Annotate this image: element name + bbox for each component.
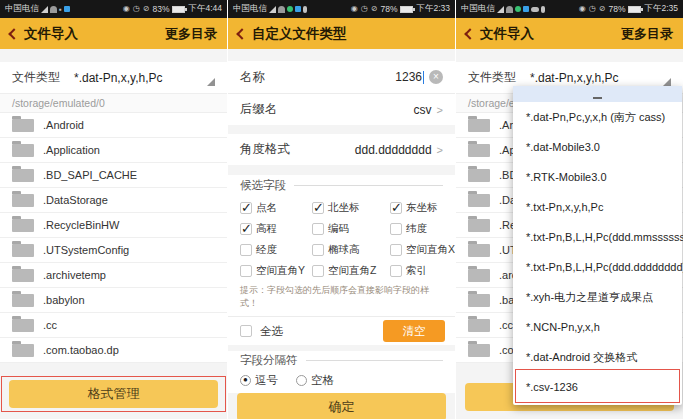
breadcrumb-path: /storage/emulated/0 <box>0 93 227 113</box>
back-icon[interactable] <box>464 28 475 39</box>
file-type-dropdown: *.dat-Pn,Pc,y,x,h (南方 cass) *.dat-Mobile… <box>513 86 682 405</box>
eye-comfort-icon: ◉ <box>579 5 586 13</box>
wifi-icon <box>278 6 285 13</box>
folder-row[interactable]: .babylon <box>0 288 227 313</box>
wifi-icon <box>50 6 57 13</box>
folder-icon <box>468 294 490 307</box>
folder-row[interactable]: .UTSystemConfig <box>0 238 227 263</box>
folder-row[interactable]: .com.taobao.dp <box>0 338 227 363</box>
battery-percent: 83% <box>152 4 169 14</box>
radio-space[interactable]: 空格 <box>296 373 334 388</box>
more-directories-button[interactable]: 更多目录 <box>165 25 217 43</box>
checkbox-north[interactable]: ✓北坐标 <box>312 197 390 218</box>
dropdown-item[interactable]: *.dat-Pn,Pc,y,x,h (南方 cass) <box>513 102 682 132</box>
select-all-label: 全选 <box>260 324 283 339</box>
name-field-row[interactable]: 名称 1236 × <box>228 61 455 93</box>
alarm-icon: ◷ <box>361 5 368 13</box>
clock-label: 下午2:33 <box>416 3 450 15</box>
mute-icon: ⊘ <box>371 5 378 13</box>
dropdown-item[interactable]: *.NCN-Pn,y,x,h <box>513 312 682 342</box>
folder-row[interactable]: .BD_SAPI_CACHE <box>0 163 227 188</box>
mic-icon <box>541 6 545 13</box>
app-header: 文件导入 更多目录 <box>0 18 227 49</box>
checkbox-ellipsoid-height[interactable]: 椭球高 <box>312 239 390 260</box>
suffix-value: csv <box>414 103 432 117</box>
checkbox-east[interactable]: ✓东坐标 <box>390 197 455 218</box>
page-title: 自定义文件类型 <box>252 25 347 43</box>
dropdown-selected-partial-row[interactable] <box>513 86 682 102</box>
clock-label: 下午2:35 <box>644 3 678 15</box>
checkbox-spatial-z[interactable]: 空间直角Z <box>312 260 390 281</box>
section-title: 候选字段 <box>240 178 286 193</box>
clear-fields-button[interactable]: 清空 <box>383 320 445 342</box>
section-title: 字段分隔符 <box>240 353 298 368</box>
wifi-icon <box>506 6 513 13</box>
eye-comfort-icon: ◉ <box>351 5 358 13</box>
dropdown-item[interactable]: *.dat-Mobile3.0 <box>513 132 682 162</box>
dropdown-item[interactable]: *.RTK-Mobile3.0 <box>513 162 682 192</box>
app-header: 自定义文件类型 <box>228 18 455 49</box>
back-icon[interactable] <box>8 28 19 39</box>
folder-row[interactable]: .archivetemp <box>0 263 227 288</box>
clear-input-icon[interactable]: × <box>429 70 443 84</box>
dropdown-item[interactable]: *.txt-Pn,x,y,h,Pc <box>513 192 682 222</box>
folder-row[interactable]: .DataStorage <box>0 188 227 213</box>
checkbox-latitude[interactable]: 纬度 <box>390 218 455 239</box>
page-title: 文件导入 <box>480 25 534 43</box>
folder-icon <box>12 219 34 232</box>
select-all-checkbox[interactable] <box>240 325 252 337</box>
checkbox-spatial-y[interactable]: 空间直角Y <box>240 260 312 281</box>
mute-icon: ⊘ <box>599 5 606 13</box>
folder-icon <box>468 319 490 332</box>
dropdown-item[interactable]: *.txt-Pn,B,L,H,Pc(ddd.dddddddd) <box>513 252 682 282</box>
status-bar: 中国电信 ▪ ◉ ◷ ⊘ 83% 下午4:44 <box>0 0 227 18</box>
candidate-fields-section: 候选字段 ✓点名 ✓北坐标 ✓东坐标 ✓高程 编码 纬度 经度 椭球高 空间直角… <box>228 175 455 316</box>
more-directories-button[interactable]: 更多目录 <box>621 25 673 43</box>
clipped-text-mark <box>593 97 602 99</box>
panel-file-import-left: 中国电信 ▪ ◉ ◷ ⊘ 83% 下午4:44 文件导入 更多目录 文件类型 <box>0 0 227 419</box>
file-type-value: *.dat-Pn,x,y,h,Pc <box>530 71 618 85</box>
folder-icon <box>468 194 490 207</box>
folder-icon <box>468 269 490 282</box>
name-input-value[interactable]: 1236 <box>395 70 422 84</box>
dropdown-item[interactable]: *.xyh-电力之星道亨成果点 <box>513 282 682 312</box>
confirm-button[interactable]: 确定 <box>237 393 446 419</box>
folder-list: .Android .Application .BD_SAPI_CACHE .Da… <box>0 113 227 363</box>
checkbox-pointname[interactable]: ✓点名 <box>240 197 312 218</box>
blue-app-icon <box>523 6 529 12</box>
folder-row[interactable]: .Android <box>0 113 227 138</box>
radio-comma[interactable]: ● 逗号 <box>240 373 278 388</box>
file-type-row[interactable]: 文件类型 *.dat-Pn,x,y,h,Pc <box>0 62 227 93</box>
checkbox-elevation[interactable]: ✓高程 <box>240 218 312 239</box>
suffix-field-row[interactable]: 后缀名 csv > <box>228 94 455 125</box>
mute-icon: ⊘ <box>143 5 150 13</box>
folder-icon <box>468 169 490 182</box>
folder-row[interactable]: .Application <box>0 138 227 163</box>
folder-icon <box>468 344 490 357</box>
spinner-dropdown-icon[interactable] <box>663 78 671 86</box>
back-icon[interactable] <box>236 28 247 39</box>
app-header: 文件导入 更多目录 <box>456 18 683 49</box>
carrier-label: 中国电信 <box>233 3 267 15</box>
checkbox-index[interactable]: 索引 <box>390 260 455 281</box>
checkbox-spatial-x[interactable]: 空间直角X <box>390 239 455 260</box>
folder-row[interactable]: .cc <box>0 313 227 338</box>
checkbox-longitude[interactable]: 经度 <box>240 239 312 260</box>
dropdown-item[interactable]: *.dat-Android 交换格式 <box>513 342 682 372</box>
checkbox-code[interactable]: 编码 <box>312 218 390 239</box>
annotation-highlight-box: 格式管理 <box>1 376 226 412</box>
file-type-value: *.dat-Pn,x,y,h,Pc <box>74 71 162 85</box>
dropdown-item[interactable]: *.txt-Pn,B,L,H,Pc(ddd.mmssssss) <box>513 222 682 252</box>
format-manage-button[interactable]: 格式管理 <box>9 380 218 408</box>
page-title: 文件导入 <box>24 25 78 43</box>
battery-percent: 78% <box>380 4 397 14</box>
folder-icon <box>468 144 490 157</box>
panel-custom-file-type: 中国电信 ◉ ◷ ⊘ 78% 下午2:33 自定义文件类型 名称 <box>228 0 455 419</box>
notification-icon: ▪ <box>59 5 62 14</box>
angle-format-row[interactable]: 角度格式 ddd.dddddddd > <box>228 134 455 165</box>
triple-screenshot-strip: 中国电信 ▪ ◉ ◷ ⊘ 83% 下午4:44 文件导入 更多目录 文件类型 <box>0 0 683 419</box>
spinner-dropdown-icon[interactable] <box>207 78 215 86</box>
battery-icon <box>400 6 413 13</box>
folder-row[interactable]: .RecycleBinHW <box>0 213 227 238</box>
chevron-right-icon: > <box>437 104 443 116</box>
